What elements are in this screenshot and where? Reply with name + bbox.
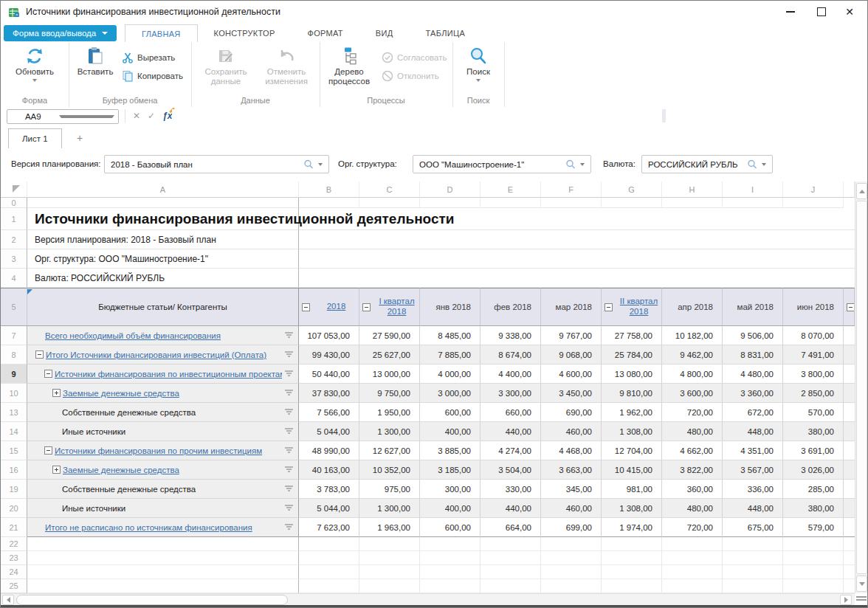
chevron-down-icon[interactable] [580,163,585,166]
copy-button[interactable]: Копировать [122,70,183,82]
collapse-icon[interactable] [302,303,310,311]
value-cell[interactable]: 380,00 [783,499,844,518]
value-cell[interactable]: 3 360,00 [723,384,783,403]
tab-tablitsa[interactable]: ТАБЛИЦА [409,24,481,42]
empty-cell[interactable] [602,198,662,208]
value-cell[interactable]: 579,00 [783,518,844,537]
empty-cell[interactable] [662,579,723,593]
value-cell[interactable]: 699,00 [541,518,602,537]
value-cell[interactable]: 400,00 [420,499,480,518]
info-cell[interactable]: Версия планирования: 2018 - Базовый план [27,230,299,249]
value-cell[interactable]: 9 767,00 [541,326,602,345]
empty-cell[interactable] [662,198,723,208]
value-cell[interactable]: 285,00 [783,480,844,499]
empty-cell[interactable] [27,579,299,593]
value-cell[interactable]: 5 044,00 [299,499,359,518]
horizontal-scroll-thumb[interactable] [16,595,288,605]
value-cell[interactable]: 3 800,00 [783,365,844,384]
value-cell[interactable]: 25 627,00 [359,345,420,365]
value-cell[interactable]: 10 415,00 [602,460,662,480]
scroll-down-button[interactable] [856,576,867,592]
quarter-link[interactable]: I квартал 2018 [374,297,419,317]
collapse-icon[interactable] [35,350,44,359]
row-header[interactable]: 25 [1,579,27,593]
currency-combo[interactable]: РОССИЙСКИЙ РУБЛЬ [641,155,773,173]
value-cell[interactable]: 4 480,00 [723,365,783,384]
value-cell[interactable]: 480,00 [662,422,723,441]
filter-icon[interactable] [285,390,293,396]
collapse-icon[interactable] [362,303,371,311]
filter-icon[interactable] [285,524,293,531]
empty-cell[interactable] [480,198,541,208]
value-cell[interactable]: 12 627,00 [359,441,420,460]
value-cell[interactable]: 380,00 [783,422,844,441]
empty-cell[interactable] [541,565,602,579]
value-cell[interactable]: 360,00 [662,480,723,499]
month-header-cell[interactable]: фев 2018 [480,288,541,326]
value-cell[interactable]: 9 506,00 [723,326,783,345]
filter-icon[interactable] [285,428,293,435]
empty-cell[interactable] [420,198,480,208]
budget-item-cell[interactable]: Всего необходимый объём финансирования [27,326,299,345]
row-header[interactable]: 7 [1,326,27,345]
column-header[interactable]: I [723,182,783,198]
value-cell[interactable]: 3 000,00 [420,384,480,403]
empty-cell[interactable] [27,551,299,565]
value-cell[interactable]: 3 691,00 [783,441,844,460]
expand-icon[interactable] [52,466,61,474]
empty-cell[interactable] [299,551,359,565]
budget-item-cell[interactable]: Иные источники [27,422,299,441]
year-header-cell[interactable]: 2018 [299,288,359,326]
empty-cell[interactable] [723,551,783,565]
empty-cell[interactable] [662,551,723,565]
value-cell[interactable]: 3 663,00 [541,460,602,480]
value-cell[interactable]: 8 674,00 [480,345,541,365]
value-cell[interactable]: 675,00 [723,518,783,537]
value-cell[interactable]: 330,00 [480,480,541,499]
close-button[interactable]: ✕ [835,1,864,23]
empty-cell[interactable] [27,565,299,579]
empty-cell[interactable] [420,565,480,579]
value-cell[interactable]: 1 962,00 [602,403,662,422]
empty-cell[interactable] [602,565,662,579]
value-cell[interactable]: 448,00 [723,499,783,518]
value-cell[interactable]: 4 800,00 [662,365,723,384]
value-cell[interactable]: 8 485,00 [420,326,480,345]
empty-cell[interactable] [299,537,359,551]
value-cell[interactable]: 107 053,00 [299,326,359,345]
row-header[interactable]: 20 [1,499,27,518]
value-cell[interactable]: 440,00 [480,499,541,518]
value-cell[interactable]: 27 758,00 [602,326,662,345]
value-cell[interactable]: 336,00 [723,480,783,499]
empty-cell[interactable] [359,198,420,208]
tab-konstruktor[interactable]: КОНСТРУКТОР [198,24,292,42]
value-cell[interactable]: 7 491,00 [783,345,844,365]
budget-item-label[interactable]: Итого Источники финансирования инвестици… [46,350,282,359]
value-cell[interactable]: 9 750,00 [359,384,420,403]
value-cell[interactable]: 448,00 [723,422,783,441]
empty-cell[interactable] [541,198,602,208]
row-header[interactable]: 16 [1,460,27,480]
column-header[interactable]: E [480,182,541,198]
sheet-tab[interactable]: Лист 1 [8,128,62,148]
budget-item-label[interactable]: Заемные денежные средства [63,389,282,398]
value-cell[interactable]: 8 831,00 [723,345,783,365]
value-cell[interactable]: 4 662,00 [662,441,723,460]
value-cell[interactable]: 460,00 [541,422,602,441]
value-cell[interactable]: 3 185,00 [420,460,480,480]
budget-item-cell[interactable]: Итого Источники финансирования инвестици… [27,345,299,365]
row-header[interactable]: 15 [1,441,27,460]
value-cell[interactable]: 40 163,00 [299,460,359,480]
value-cell[interactable]: 600,00 [420,403,480,422]
empty-cell[interactable] [359,565,420,579]
row-header[interactable]: 3 [1,249,27,269]
tab-format[interactable]: ФОРМАТ [292,24,359,42]
value-cell[interactable]: 13 080,00 [602,365,662,384]
column-header[interactable]: G [602,182,662,198]
filter-icon[interactable] [285,486,293,492]
planning-version-combo[interactable]: 2018 - Базовый план [104,155,329,173]
paste-button[interactable]: Вставить [75,46,116,77]
empty-cell[interactable] [420,579,480,593]
budget-item-cell[interactable]: Итого не расписано по источникам финанси… [27,518,299,537]
row-header[interactable]: 13 [1,403,27,422]
